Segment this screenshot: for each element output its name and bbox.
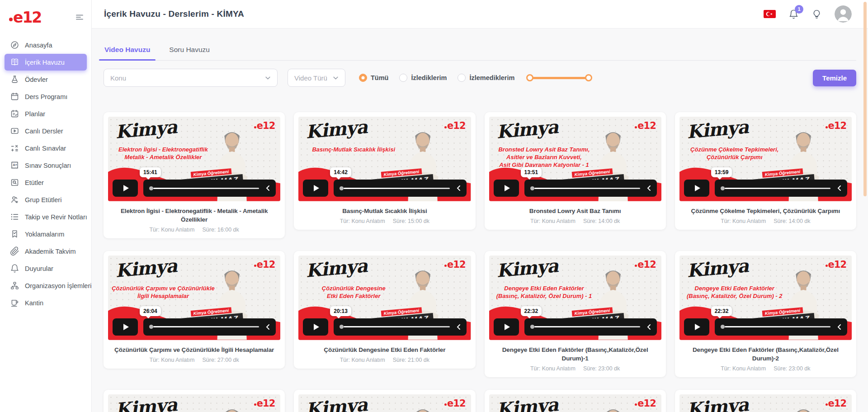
video-card-6[interactable]: Kimya e12 [485,251,666,377]
clear-filters-button[interactable]: Temizle [813,70,856,86]
sidebar-item-14[interactable]: Organizasyon İşlemleri [5,277,87,294]
video-card-5[interactable]: Kimya e12 [294,251,475,369]
progress-bar-container[interactable]: 22:32 [524,318,657,336]
video-card-9[interactable]: Kimya e12 [294,390,475,412]
slider-handle-left[interactable] [526,74,533,81]
video-thumbnail[interactable]: Kimya e12 [298,394,471,412]
collapse-chevron-icon[interactable] [646,185,651,191]
video-turu-select[interactable]: Video Türü [288,69,345,87]
collapse-chevron-icon[interactable] [456,185,461,191]
progress-knob[interactable] [340,325,344,329]
progress-bar-container[interactable]: 14:42 [334,180,466,197]
radio-option-2[interactable]: İzlemediklerim [458,74,514,82]
video-card-2[interactable]: Kimya e12 [485,112,666,230]
video-thumbnail[interactable]: Kimya e12 [108,394,280,412]
video-card-10[interactable]: Kimya e12 [485,390,666,412]
progress-bar-container[interactable]: 22:32 [715,318,847,336]
video-thumbnail[interactable]: Kimya e12 [108,117,280,201]
sidebar-item-5[interactable]: Canlı Dersler [5,123,87,139]
radio-option-0[interactable]: Tümü [359,74,388,82]
collapse-chevron-icon[interactable] [646,324,651,330]
video-thumbnail[interactable]: Kimya e12 [108,256,280,340]
sidebar-item-7[interactable]: A+ Sınav Sonuçları [5,157,87,174]
play-button[interactable] [303,318,328,336]
video-thumbnail[interactable]: Kimya e12 [679,256,852,340]
sidebar-item-2[interactable]: Ödevler [5,71,87,88]
e12-logo[interactable]: e12 [9,9,41,26]
sure-label: Süre: [583,365,597,372]
video-card-4[interactable]: Kimya e12 [104,251,285,369]
progress-knob[interactable] [721,186,725,190]
turkish-flag-icon[interactable]: ★ [764,10,776,18]
collapse-chevron-icon[interactable] [837,185,841,191]
video-thumbnail[interactable]: Kimya e12 [489,117,661,201]
progress-knob[interactable] [149,325,153,329]
play-button[interactable] [494,180,519,197]
theme-toggle-button[interactable] [811,9,822,19]
play-button[interactable] [113,180,138,197]
progress-knob[interactable] [149,186,153,190]
sidebar-item-9[interactable]: Grup Etütleri [5,191,87,208]
play-button[interactable] [113,318,138,336]
video-card-1[interactable]: Kimya e12 [294,112,475,230]
video-card-3[interactable]: Kimya e12 [675,112,856,230]
progress-track[interactable] [534,326,640,327]
progress-bar-container[interactable]: 13:59 [715,180,847,197]
play-button[interactable] [303,180,328,197]
scrollbar-thumb[interactable] [863,2,867,196]
radio-option-1[interactable]: İzlediklerim [399,74,447,82]
progress-track[interactable] [153,188,259,189]
sidebar-toggle-icon[interactable] [75,13,84,22]
sidebar-item-10[interactable]: Takip ve Revir Notları [5,208,87,225]
play-button[interactable] [494,318,519,336]
progress-bar-container[interactable]: 20:13 [334,318,466,336]
video-card-7[interactable]: Kimya e12 [675,251,856,377]
progress-bar-container[interactable]: 26:04 [143,318,276,336]
sidebar-item-4[interactable]: Planlar [5,105,87,122]
video-thumbnail[interactable]: Kimya e12 [298,256,471,340]
progress-track[interactable] [725,326,830,327]
sidebar-item-11[interactable]: Yoklamalarım [5,226,87,242]
progress-knob[interactable] [721,325,725,329]
sidebar-item-3[interactable]: Ders Programı [5,88,87,105]
progress-bar-container[interactable]: 15:41 [143,180,276,197]
video-thumbnail[interactable]: Kimya e12 [489,256,661,340]
progress-bar-container[interactable]: 13:51 [524,180,657,197]
sidebar-item-6[interactable]: Canlı Sınavlar [5,140,87,156]
collapse-chevron-icon[interactable] [265,324,270,330]
progress-knob[interactable] [530,325,534,329]
collapse-chevron-icon[interactable] [265,185,270,191]
video-thumbnail[interactable]: Kimya e12 [298,117,471,201]
tab-1[interactable]: Soru Havuzu [168,40,211,60]
video-card-8[interactable]: Kimya e12 [104,390,285,412]
progress-track[interactable] [344,188,449,189]
slider-handle-right[interactable] [585,74,592,81]
play-button[interactable] [684,180,709,197]
sidebar-item-1[interactable]: İçerik Havuzu [5,54,87,71]
duration-range-slider[interactable] [530,77,589,79]
progress-knob[interactable] [340,186,344,190]
progress-track[interactable] [534,188,640,189]
video-thumbnail[interactable]: Kimya e12 [679,394,852,412]
progress-knob[interactable] [530,186,534,190]
tab-0[interactable]: Video Havuzu [104,40,151,60]
sidebar-item-12[interactable]: Akademik Takvim [5,243,87,260]
progress-track[interactable] [344,326,449,327]
konu-select[interactable]: Konu [104,69,278,87]
progress-track[interactable] [725,188,830,189]
notifications-button[interactable]: 1 [788,9,799,19]
video-card-0[interactable]: Kimya e12 [104,112,285,238]
sidebar-item-0[interactable]: Anasayfa [5,37,87,53]
collapse-chevron-icon[interactable] [837,324,841,330]
user-avatar[interactable] [835,5,852,23]
video-grid: Kimya e12 [104,112,856,412]
progress-track[interactable] [153,326,259,327]
sidebar-item-8[interactable]: Etütler [5,174,87,191]
collapse-chevron-icon[interactable] [456,324,461,330]
sidebar-item-13[interactable]: Duyurular [5,260,87,277]
play-button[interactable] [684,318,709,336]
video-card-11[interactable]: Kimya e12 [675,390,856,412]
sidebar-item-15[interactable]: Kantin [5,294,87,311]
video-thumbnail[interactable]: Kimya e12 [679,117,852,201]
video-thumbnail[interactable]: Kimya e12 [489,394,661,412]
